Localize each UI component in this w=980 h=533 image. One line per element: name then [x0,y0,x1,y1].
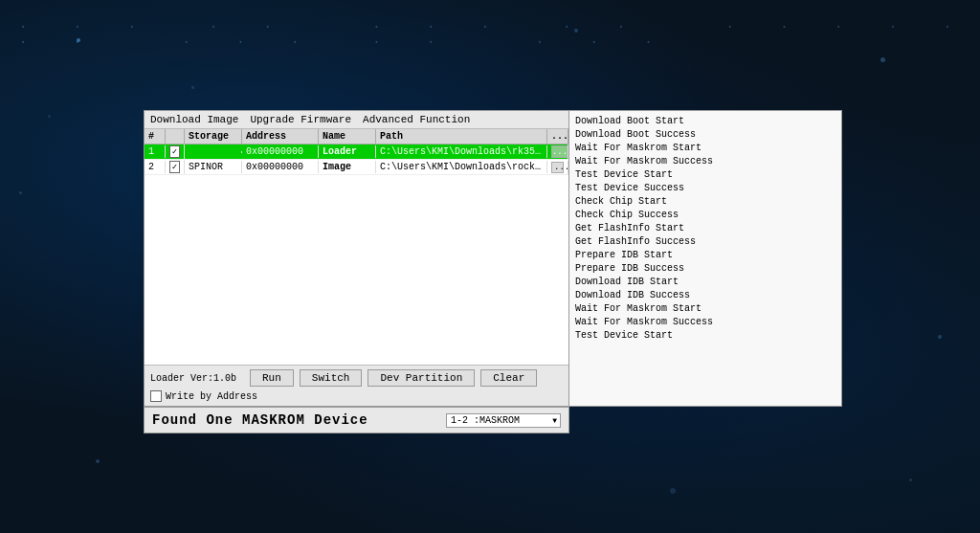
log-line: Check Chip Start [575,195,835,209]
bottom-area: Loader Ver:1.0b Run Switch Dev Partition… [145,365,568,406]
table-row: 1 ✓ 0x00000000 Loader C:\Users\KMI\Downl… [145,144,568,160]
col-header-dots: ... [547,129,568,144]
bg-dot [880,57,885,62]
table-row: 2 ✓ SPINOR 0x00000000 Image C:\Users\KMI… [145,160,568,175]
cell-row2-path: C:\Users\KMI\Downloads\rock-5b-... [376,161,547,173]
log-panel: Download Boot Start Download Boot Succes… [569,110,842,407]
clear-button[interactable]: Clear [480,369,537,387]
log-line: Test Device Start [575,329,835,343]
log-line: Wait For Maskrom Success [575,316,835,329]
bg-dot [909,478,912,481]
checkbox-row1[interactable]: ✓ [169,145,180,158]
col-header-name: Name [319,129,376,144]
bg-dot [19,191,22,194]
menu-bar: Download Image Upgrade Firmware Advanced… [145,111,568,129]
bg-dot [938,335,942,339]
log-line: Check Chip Success [575,209,835,222]
cell-row1-path: C:\Users\KMI\Downloads\rk3588_m... [376,145,547,158]
path-browse-btn-row2[interactable]: ... [551,162,564,173]
bg-dot [96,459,100,463]
log-line: Test Device Start [575,168,835,182]
cell-row2-address: 0x00000000 [242,161,319,173]
switch-button[interactable]: Switch [300,369,363,387]
bg-dot [77,38,80,42]
device-dropdown[interactable]: 1-2 :MASKROM [446,413,561,428]
log-line: Get FlashInfo Start [575,222,835,235]
col-header-path: Path [376,129,547,144]
cell-row1-storage [185,151,242,153]
log-line: Download Boot Success [575,128,835,142]
bg-dot [670,488,676,494]
col-header-check [166,129,185,144]
cell-row2-name: Image [319,161,376,173]
button-row: Loader Ver:1.0b Run Switch Dev Partition… [150,369,563,387]
main-container: Download Image Upgrade Firmware Advanced… [144,110,842,407]
log-line: Wait For Maskrom Start [575,302,835,316]
loader-version: Loader Ver:1.0b [150,373,236,384]
write-address-row: Write by Address [150,390,563,402]
menu-upgrade-firmware[interactable]: Upgrade Firmware [250,114,351,125]
bg-dot [574,29,578,33]
log-line: Download Boot Start [575,115,835,128]
device-dropdown-wrapper: 1-2 :MASKROM ▼ [446,413,561,428]
log-line: Get FlashInfo Success [575,235,835,249]
cell-row1-address: 0x00000000 [242,145,319,158]
table-header: # Storage Address Name Path ... [145,129,568,144]
table-area: # Storage Address Name Path ... 1 ✓ 0x00… [145,129,568,365]
cell-row1-name: Loader [319,145,376,158]
cell-row2-storage: SPINOR [185,161,242,173]
log-line: Prepare IDB Success [575,262,835,276]
log-line: Test Device Success [575,182,835,195]
cell-row2-check[interactable]: ✓ [166,160,185,174]
cell-row2-num: 2 [145,161,166,173]
col-header-storage: Storage [185,129,242,144]
menu-download-image[interactable]: Download Image [150,114,238,125]
checkbox-row2[interactable]: ✓ [169,161,180,173]
run-button[interactable]: Run [250,369,294,387]
cell-row2-btn[interactable]: ... [547,161,568,174]
write-address-label: Write by Address [166,391,257,402]
device-select: 1-2 :MASKROM ▼ [446,413,561,428]
col-header-num: # [145,129,166,144]
cell-row1-num: 1 [145,145,166,158]
left-panel: Download Image Upgrade Firmware Advanced… [144,110,569,407]
status-bar: Found One MASKROM Device 1-2 :MASKROM ▼ [144,407,569,433]
log-line: Wait For Maskrom Start [575,142,835,155]
write-address-checkbox[interactable] [150,390,162,402]
cell-row1-btn[interactable]: ... [547,144,568,159]
col-header-address: Address [242,129,319,144]
cell-row1-check[interactable]: ✓ [166,144,185,159]
bg-dot [48,115,51,118]
bg-dot [191,86,194,89]
log-line: Download IDB Start [575,276,835,289]
path-browse-btn-row1[interactable]: ... [551,145,568,158]
status-text: Found One MASKROM Device [152,412,368,428]
log-line: Prepare IDB Start [575,249,835,262]
dev-partition-button[interactable]: Dev Partition [368,369,475,387]
table-body: 1 ✓ 0x00000000 Loader C:\Users\KMI\Downl… [145,144,568,365]
menu-advanced-function[interactable]: Advanced Function [363,114,470,125]
log-line: Download IDB Success [575,289,835,302]
log-line: Wait For Maskrom Success [575,155,835,168]
